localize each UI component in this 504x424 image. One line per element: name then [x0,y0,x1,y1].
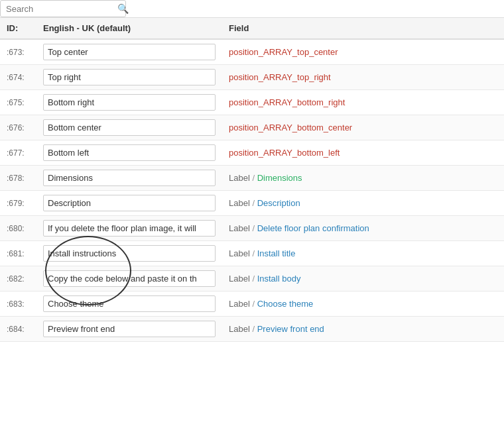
row-field: position_ARRAY_top_center [222,39,504,65]
row-field: position_ARRAY_bottom_right [222,90,504,115]
row-english[interactable] [36,39,222,65]
table-row: :681:Label / Install title [0,241,504,266]
row-english[interactable] [36,65,222,90]
col-header-field: Field [222,18,504,40]
row-id: :683: [0,292,36,317]
english-input[interactable] [43,270,216,287]
row-id: :678: [0,166,36,191]
english-input[interactable] [43,69,216,85]
row-english[interactable] [36,140,222,166]
row-english[interactable] [36,292,222,317]
row-id: :675: [0,90,36,115]
table-row: :678:Label / Dimensions [0,166,504,191]
search-icon[interactable]: 🔍 [117,3,129,14]
english-input[interactable] [43,144,216,161]
row-english[interactable] [36,317,222,342]
search-input[interactable] [6,4,117,14]
table-row: :680:Label / Delete floor plan confirmat… [0,216,504,241]
table-row: :679:Label / Description [0,191,504,216]
english-input[interactable] [43,295,216,312]
table-row: :675:position_ARRAY_bottom_right [0,90,504,115]
table-row: :682:Label / Install body [0,266,504,292]
row-english[interactable] [36,266,222,292]
row-english[interactable] [36,90,222,115]
table-row: :684:Label / Preview front end [0,317,504,342]
col-header-english: English - UK (default) [36,18,222,40]
row-english[interactable] [36,166,222,191]
col-header-id: ID: [0,18,36,40]
search-bar: 🔍 [0,0,504,17]
row-id: :681: [0,241,36,266]
row-field: position_ARRAY_bottom_center [222,115,504,140]
row-field: Label / Choose theme [222,292,504,317]
table-row: :674:position_ARRAY_top_right [0,65,504,90]
translation-table-wrapper: ID: English - UK (default) Field :673:po… [0,17,504,342]
english-input[interactable] [43,220,216,237]
row-field: Label / Install body [222,266,504,292]
row-id: :674: [0,65,36,90]
row-field: Label / Delete floor plan confirmation [222,216,504,241]
table-row: :673:position_ARRAY_top_center [0,39,504,65]
english-input[interactable] [43,119,216,136]
row-id: :684: [0,317,36,342]
english-input[interactable] [43,44,216,60]
english-input[interactable] [43,321,216,337]
table-header-row: ID: English - UK (default) Field [0,18,504,40]
row-field: Label / Install title [222,241,504,266]
row-english[interactable] [36,115,222,140]
row-id: :677: [0,140,36,166]
row-id: :679: [0,191,36,216]
row-field: position_ARRAY_bottom_left [222,140,504,166]
row-field: Label / Dimensions [222,166,504,191]
row-id: :682: [0,266,36,292]
row-field: position_ARRAY_top_right [222,65,504,90]
row-english[interactable] [36,191,222,216]
row-field: Label / Description [222,191,504,216]
english-input[interactable] [43,94,216,111]
row-id: :676: [0,115,36,140]
english-input[interactable] [43,245,216,262]
table-row: :676:position_ARRAY_bottom_center [0,115,504,140]
table-row: :683:Label / Choose theme [0,292,504,317]
english-input[interactable] [43,195,216,211]
row-id: :680: [0,216,36,241]
row-field: Label / Preview front end [222,317,504,342]
english-input[interactable] [43,170,216,186]
row-id: :673: [0,39,36,65]
row-english[interactable] [36,216,222,241]
row-english[interactable] [36,241,222,266]
translation-table: ID: English - UK (default) Field :673:po… [0,17,504,342]
table-row: :677:position_ARRAY_bottom_left [0,140,504,166]
